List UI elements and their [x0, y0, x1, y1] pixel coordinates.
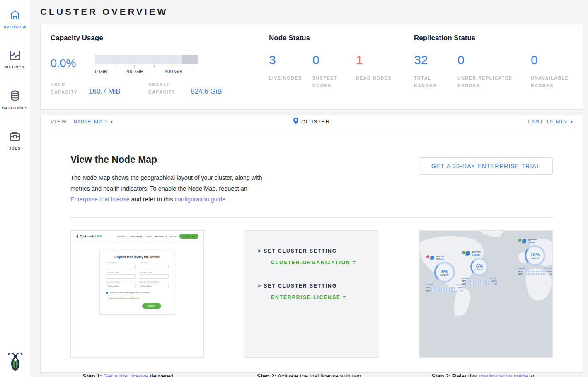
sidebar-item-label: DATABASES [2, 106, 28, 110]
node-status-dot-red [426, 255, 429, 258]
node-cube-icon [431, 256, 434, 259]
mini-input [106, 274, 136, 279]
total-ranges-label: TOTAL RANGES [414, 75, 452, 89]
sidebar-item-label: JOBS [9, 146, 21, 150]
step-1-label: Step 1: [82, 373, 102, 377]
mini-nav-item: PRODUCT [117, 235, 127, 237]
locality-name: geo=nyc [472, 251, 480, 254]
mini-logo-text: Cockroach [80, 235, 94, 238]
description-text: The Node Map shows the geographical layo… [70, 174, 262, 192]
mini-field-label: FIRST NAME [106, 262, 136, 264]
under-replicated-ranges-label: UNDER-REPLICATED RANGES [457, 75, 526, 89]
live-nodes-value: 3 [269, 53, 312, 67]
map-node-nyc: geo=nyc 2 Nodes 6% CAPACITY 3.7 GiB [462, 251, 497, 285]
mini-input [139, 274, 169, 279]
mini-checkbox-label: I agree to the Software License Agreemen… [110, 297, 140, 299]
capacity-caption: CAPACITY [440, 274, 449, 276]
mini-field-label: LAST NAME [139, 262, 169, 264]
step-2-card: > SET CLUSTER SETTING CLUSTER.ORGANIZATI… [245, 230, 378, 358]
get-trial-license-link[interactable]: Get a trial license [104, 373, 148, 377]
step-1-caption: Step 1: Get a trial license delivered st… [71, 357, 203, 377]
view-bar: VIEW: NODE MAP ▾ CLUSTER LAST 10 MIN ▾ [40, 115, 583, 128]
total-ranges-stat: 32 TOTAL RANGES [414, 53, 457, 89]
sql-commands-thumbnail: > SET CLUSTER SETTING CLUSTER.ORGANIZATI… [245, 231, 378, 357]
mini-select: Please Select [106, 284, 136, 288]
cockroachdb-logo-icon [0, 351, 30, 372]
used-capacity: 3.7 GiB [462, 277, 468, 279]
configuration-guide-link[interactable]: configuration guide [479, 373, 528, 377]
replication-status-title: Replication Status [414, 34, 583, 42]
sql-command: > SET CLUSTER SETTING [258, 283, 378, 289]
tick-label: 0 GiB [95, 69, 107, 75]
breadcrumb-cluster: CLUSTER [301, 118, 330, 125]
mini-nav-item: BLOG [170, 235, 176, 237]
step-2-label: Step 2: [257, 373, 276, 377]
view-selector-dropdown[interactable]: NODE MAP ▾ [73, 119, 113, 125]
briefcase-icon [9, 131, 21, 143]
chevron-down-icon: ▾ [571, 119, 573, 124]
under-replicated-ranges-stat: 0 UNDER-REPLICATED RANGES [457, 53, 531, 89]
step-3-card: geo=sfo 2 Nodes 9% CAPACITY 3.2 GiB [419, 230, 553, 358]
step-2-caption: Step 2: Activate the trial license with … [245, 357, 378, 377]
capacity-caption: CAPACITY [475, 269, 484, 271]
dead-nodes-stat: 1 DEAD NODES [356, 53, 399, 89]
sidebar-item-label: METRICS [5, 65, 25, 69]
enterprise-trial-license-link[interactable]: Enterprise trial license [70, 196, 130, 203]
node-status-dot-green [462, 251, 465, 254]
usable-capacity-value: 524.6 GiB [191, 87, 222, 96]
node-status-dot-green [518, 239, 521, 242]
sidebar: OVERVIEW METRICS DATABASES JOBS [0, 0, 30, 377]
cpu-bar [467, 280, 490, 282]
description-text: and refer to this [130, 196, 175, 203]
used-capacity: 3.6 GiB [518, 267, 525, 269]
dead-nodes-value: 1 [356, 53, 399, 67]
trial-license-site-thumbnail: Cockroach LABS PRODUCT CUSTOMERS DOCS RE… [71, 231, 203, 357]
node-map-panel: View the Node Map The Node Map shows the… [40, 128, 583, 373]
replication-status-section: Replication Status 32 TOTAL RANGES 0 UND… [414, 34, 583, 109]
tick-label: 400 GiB [165, 69, 182, 75]
sidebar-item-databases[interactable]: DATABASES [0, 87, 30, 114]
main-content: CLUSTER OVERVIEW Capacity Usage 0.0% 0 G… [30, 0, 588, 373]
time-range-dropdown[interactable]: LAST 10 MIN ▾ [528, 119, 573, 125]
sidebar-item-overview[interactable]: OVERVIEW [0, 6, 30, 32]
used-capacity-label: USED CAPACITY [51, 81, 86, 96]
suspect-nodes-stat: 0 SUSPECT NODES [312, 53, 356, 89]
database-icon [9, 90, 21, 103]
capacity-gauge-ticks [95, 65, 198, 69]
mini-field-label: REASON FOR INTEREST [139, 281, 169, 283]
sidebar-item-jobs[interactable]: JOBS [0, 128, 30, 154]
mini-field-label: COMPANY NAME [106, 272, 136, 273]
node-map-thumbnail: geo=sfo 2 Nodes 9% CAPACITY 3.2 GiB [420, 231, 552, 357]
mini-submit-button: SUBMIT [142, 303, 161, 309]
total-ranges-value: 32 [414, 53, 457, 67]
capacity-percent: 6% [476, 263, 483, 268]
mini-select: Please Select [139, 284, 169, 288]
enterprise-trial-button[interactable]: GET A 30-DAY ENTERPRISE TRIAL [419, 157, 553, 175]
mini-checkbox-checked [106, 292, 108, 294]
step-3-label: Step 3: [431, 373, 451, 377]
capacity-gauge-bar [95, 55, 198, 64]
home-icon [9, 10, 21, 22]
capacity-usage-title: Capacity Usage [51, 34, 269, 42]
mini-registration-form: Register for a 30-day trial license FIRS… [99, 250, 175, 315]
sidebar-item-metrics[interactable]: METRICS [0, 46, 30, 72]
suspect-nodes-label: SUSPECT NODES [312, 75, 351, 89]
mini-form-title: Register for a 30-day trial license [106, 256, 169, 259]
capacity-percent: 10% [530, 252, 540, 257]
qps-bar [523, 273, 545, 275]
used-capacity: 3.2 GiB [426, 284, 433, 286]
cluster-summary-card: Capacity Usage 0.0% 0 GiB 200 GiB 400 Gi… [40, 24, 583, 110]
usable-capacity-label: USABLE CAPACITY [148, 81, 188, 96]
cpu-bar [523, 271, 545, 272]
step-1-card: Cockroach LABS PRODUCT CUSTOMERS DOCS RE… [70, 230, 204, 358]
qps-bar [467, 283, 490, 285]
locality-node-count: 2 Nodes [472, 254, 480, 256]
configuration-guide-link[interactable]: configuration guide [174, 196, 225, 203]
capacity-percent: 9% [441, 269, 448, 274]
location-pin-icon [293, 118, 298, 126]
capacity-percent: 0.0% [51, 57, 95, 70]
view-label: VIEW: [51, 119, 69, 125]
node-map-description: The Node Map shows the geographical layo… [70, 172, 269, 205]
under-replicated-ranges-value: 0 [457, 53, 531, 67]
sql-command: > SET CLUSTER SETTING [258, 248, 378, 254]
